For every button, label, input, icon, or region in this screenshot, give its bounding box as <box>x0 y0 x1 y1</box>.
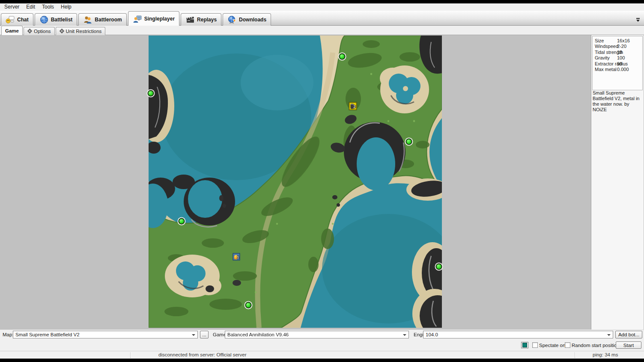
lobby-client: Server Edit Tools Help Chat <box>0 3 644 359</box>
subtab-label: Game <box>5 28 19 33</box>
connection-status: disconnected from server: Official serve… <box>158 352 247 357</box>
status-bar: disconnected from server: Official serve… <box>0 351 644 359</box>
chevron-down-icon <box>403 334 406 336</box>
info-value: 100 <box>617 55 625 60</box>
download-globe-icon <box>227 15 237 24</box>
menu-bar: Server Edit Tools Help <box>0 3 644 11</box>
info-label: Windspeed <box>595 44 618 49</box>
start-position-dot <box>436 264 442 270</box>
tab-label: Chat <box>17 17 29 23</box>
engine-select[interactable]: 104.0 <box>423 331 613 338</box>
chat-icon <box>6 15 15 24</box>
info-value: 18 <box>617 50 622 55</box>
start-position-box[interactable]: 2 <box>349 103 356 110</box>
start-position-dot <box>178 218 185 224</box>
battle-options-row: Map: Small Supreme Battlefield V2 ... Ga… <box>0 329 644 340</box>
game-select-value: Balanced Annihilation V9.46 <box>227 332 289 337</box>
start-position-dot <box>339 53 346 60</box>
info-value: 16x16 <box>617 38 630 43</box>
subtab-label: Unit Restrictions <box>66 29 102 34</box>
menu-server[interactable]: Server <box>1 3 23 11</box>
gear-icon <box>60 29 64 34</box>
singleplayer-icon <box>133 15 142 23</box>
tab-battlelist[interactable]: Battlelist <box>35 13 78 26</box>
info-label: Size <box>595 38 604 43</box>
chevron-down-icon <box>607 334 611 336</box>
menu-tools[interactable]: Tools <box>39 3 57 11</box>
start-position-dot <box>245 302 251 308</box>
info-value: 90 <box>617 61 622 66</box>
info-label: Extractor radius <box>595 61 628 66</box>
globe-icon <box>39 15 49 24</box>
gear-icon <box>27 29 32 34</box>
users-icon <box>83 15 92 24</box>
sub-tab-bar: Game Options Unit Restrictions <box>0 26 644 35</box>
main-tab-bar: Chat Battlelist <box>0 11 644 26</box>
tab-downloads[interactable]: Downloads <box>223 13 271 26</box>
map-info-panel: Size16x16 Windspeed2-20 Tidal strength18… <box>591 35 644 329</box>
app-window: Server Edit Tools Help Chat <box>0 0 644 362</box>
tab-label: Singleplayer <box>144 16 175 22</box>
tab-replays[interactable]: Replays <box>181 13 221 26</box>
subtab-game[interactable]: Game <box>1 26 23 35</box>
map-select[interactable]: Small Supreme Battlefield V2 <box>13 331 198 338</box>
tab-label: Battlelist <box>51 17 73 23</box>
subtab-unit-restrictions[interactable]: Unit Restrictions <box>56 27 106 35</box>
chevron-down-icon <box>192 334 195 336</box>
menu-help[interactable]: Help <box>57 3 75 11</box>
map-markers: 21 <box>149 36 442 328</box>
subtab-options[interactable]: Options <box>24 27 55 35</box>
map-description: Small Supreme Battlefield V2, metal in t… <box>593 90 641 113</box>
map-label: Map: <box>3 332 14 337</box>
start-position-dot <box>406 138 412 145</box>
start-options-row: Spectate only Random start positions Sta… <box>0 340 644 351</box>
info-label: Gravity <box>595 55 610 60</box>
map-select-value: Small Supreme Battlefield V2 <box>15 332 80 337</box>
random-start-label: Random start positions <box>572 343 622 348</box>
subtab-label: Options <box>34 29 51 34</box>
start-position-dot <box>148 90 154 97</box>
map-browse-label: ... <box>202 332 206 337</box>
tab-label: Battleroom <box>95 17 122 23</box>
map-browse-button[interactable]: ... <box>200 331 209 338</box>
tab-battleroom[interactable]: Battleroom <box>78 13 126 26</box>
tab-overflow-button[interactable] <box>635 18 641 23</box>
info-value: 0.000 <box>617 67 629 72</box>
start-position-box[interactable]: 1 <box>233 253 240 261</box>
tab-chat[interactable]: Chat <box>1 13 33 26</box>
map-preview[interactable]: 21 <box>149 36 442 328</box>
add-bot-button[interactable]: Add bot... <box>615 331 642 338</box>
tab-label: Downloads <box>239 17 266 23</box>
map-info-box: Size16x16 Windspeed2-20 Tidal strength18… <box>592 36 643 90</box>
team-color-swatch <box>522 343 527 347</box>
info-label: Max metal <box>595 67 617 72</box>
menu-edit[interactable]: Edit <box>23 3 39 11</box>
spectate-checkbox[interactable] <box>532 342 538 348</box>
team-color-button[interactable] <box>521 342 528 348</box>
tab-label: Replays <box>197 17 217 23</box>
tab-singleplayer[interactable]: Singleplayer <box>128 11 179 26</box>
game-select[interactable]: Balanced Annihilation V9.46 <box>225 331 409 338</box>
battle-setup-area: 21 Size16x16 Windspeed2-20 Tidal strengt… <box>0 35 644 329</box>
clapperboard-icon <box>185 15 195 24</box>
info-value: 2-20 <box>617 44 626 49</box>
start-button[interactable]: Start <box>616 341 641 349</box>
random-start-checkbox[interactable] <box>565 342 570 348</box>
add-bot-label: Add bot... <box>618 332 639 337</box>
ping-status: ping: 34 ms <box>593 352 618 357</box>
start-label: Start <box>623 343 634 348</box>
engine-select-value: 104.0 <box>426 332 438 337</box>
